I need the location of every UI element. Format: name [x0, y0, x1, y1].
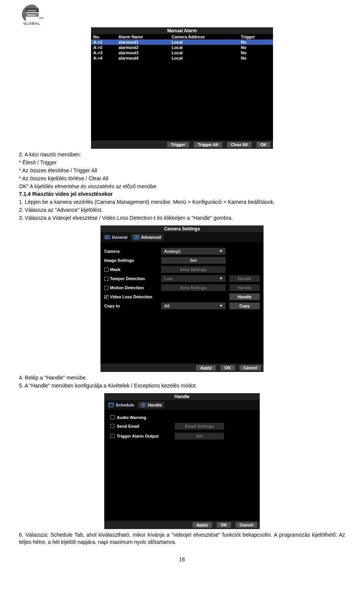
trigger-button[interactable]: Trigger — [167, 142, 189, 148]
apply-button[interactable]: Apply — [192, 522, 212, 528]
row-audio-warning: Audio Warning — [110, 414, 254, 421]
col-trigger: Trigger — [238, 34, 273, 39]
tab-advanced[interactable]: Advanced — [131, 234, 163, 241]
chevron-down-icon — [220, 277, 223, 280]
video-loss-checkbox[interactable] — [104, 295, 108, 299]
motion-label: Motion Detection — [110, 285, 144, 290]
cancel-button[interactable]: Cancel — [239, 365, 261, 371]
brand-logo: EXPORT IMPORT GLOBAL EFT. — [19, 4, 46, 27]
chevron-down-icon — [220, 305, 223, 307]
doc-line: OK" A kijelölés elmentése és visszatérés… — [19, 183, 345, 190]
row-motion: Motion Detection Area Settings Handle — [100, 283, 264, 292]
logo-global-text: GLOBAL — [24, 22, 40, 25]
general-icon — [104, 234, 110, 240]
chevron-down-icon — [220, 250, 223, 252]
manual-alarm-table: No. Alarm Name Camera Address Trigger A-… — [91, 34, 273, 61]
tamper-checkbox[interactable] — [104, 277, 108, 281]
schedule-icon — [108, 402, 114, 408]
table-row[interactable]: A->1 alarmout1 Local No — [91, 39, 273, 45]
handle-icon — [140, 402, 146, 408]
tamper-label: Tamper Detection — [110, 276, 145, 281]
camera-label: Camera — [104, 249, 157, 254]
doc-line: 4. Belép a "Handle" menübe. — [19, 374, 345, 381]
doc-line: * Az összes élesítése / Trigger All — [19, 167, 345, 174]
tamper-handle-button[interactable]: Handle — [229, 275, 260, 282]
row-trigger-alarm: Trigger Alarm Output Set — [110, 431, 254, 441]
row-camera: Camera Analog1 — [100, 247, 264, 256]
tab-general[interactable]: General — [102, 234, 130, 241]
video-loss-handle-button[interactable]: Handle — [229, 293, 260, 300]
doc-line: * Élesít / Trigger — [19, 159, 345, 166]
ok-button[interactable]: OK — [256, 142, 271, 148]
tab-handle[interactable]: Handle — [138, 402, 164, 408]
copy-button[interactable]: Copy — [229, 302, 260, 309]
trigger-all-button[interactable]: Trigger All — [194, 142, 223, 148]
camera-tabs: General Advanced — [100, 232, 264, 242]
table-row[interactable]: A->3 alarmout3 Local No — [91, 50, 273, 55]
row-copy-to: Copy to All Copy — [100, 301, 264, 310]
doc-block-1: 2. A kézi riasztó menüben: * Élesít / Tr… — [19, 151, 345, 222]
apply-button[interactable]: Apply — [196, 365, 216, 371]
video-loss-label: Video Loss Detection — [110, 295, 152, 299]
col-name: Alarm Name — [116, 34, 169, 39]
send-email-label: Send Email — [117, 424, 139, 428]
copy-to-select[interactable]: All — [161, 302, 226, 309]
doc-line: 6. Válassza: Schedule Tab, ahol kiválasz… — [19, 531, 345, 546]
manual-alarm-buttons: Trigger Trigger All Clear All OK — [91, 140, 273, 149]
camera-settings-buttons: Apply OK Cancel — [100, 364, 264, 372]
svg-point-5 — [136, 236, 137, 238]
send-email-checkbox[interactable] — [110, 424, 115, 428]
handle-buttons: Apply OK Cancel — [104, 521, 260, 529]
advanced-icon — [133, 234, 140, 240]
doc-line: 2. A kézi riasztó menüben: — [19, 151, 345, 158]
email-settings-button[interactable]: Email Settings — [175, 423, 224, 430]
motion-area-button[interactable]: Area Settings — [161, 284, 226, 291]
doc-block-3: 6. Válassza: Schedule Tab, ahol kiválasz… — [19, 531, 345, 546]
tab-advanced-label: Advanced — [141, 235, 161, 239]
clear-all-button[interactable]: Clear All — [227, 142, 252, 148]
mask-area-button[interactable]: Area Settings — [161, 266, 226, 273]
col-addr: Camera Address — [169, 34, 238, 39]
row-image-settings: Image Settings Set — [100, 256, 264, 265]
doc-line: 2. Válassza az "Advance" kijelölést. — [19, 206, 345, 214]
motion-checkbox[interactable] — [104, 286, 108, 290]
svg-rect-3 — [106, 236, 108, 238]
mask-label: Mask — [110, 267, 121, 272]
camera-settings-panel: Camera Settings General Advanced Camera … — [100, 225, 264, 372]
doc-line: 1. Lépjen be a kamera vezérlés (Camera M… — [19, 198, 345, 206]
copy-to-label: Copy to — [104, 304, 157, 308]
manual-alarm-title: Manual Alarm — [91, 27, 273, 34]
tab-schedule[interactable]: Schedule — [106, 402, 136, 408]
row-send-email: Send Email Email Settings — [110, 421, 254, 431]
image-set-button[interactable]: Set — [161, 257, 226, 264]
camera-settings-title: Camera Settings — [100, 225, 264, 232]
trigger-set-button[interactable]: Set — [175, 433, 224, 439]
ok-button[interactable]: OK — [217, 522, 231, 528]
page-number: 16 — [19, 556, 345, 562]
trigger-alarm-label: Trigger Alarm Output — [117, 434, 158, 438]
audio-warning-checkbox[interactable] — [110, 415, 115, 419]
logo-export-text: EXPORT — [27, 9, 37, 12]
audio-warning-label: Audio Warning — [117, 415, 146, 420]
doc-line: 3. Válassza a Videojel elvesztése / Vide… — [19, 214, 345, 222]
manual-alarm-panel: Manual Alarm No. Alarm Name Camera Addre… — [91, 27, 273, 149]
table-row[interactable]: A->2 alarmout2 Local No — [91, 45, 273, 50]
handle-title: Handle — [104, 393, 260, 400]
handle-panel: Handle Schedule Handle Audio Warning Sen… — [104, 393, 260, 529]
tamper-select[interactable]: Low — [161, 275, 226, 282]
doc-block-2: 4. Belép a "Handle" menübe. 5. A "Handle… — [19, 374, 345, 389]
tab-general-label: General — [112, 235, 127, 239]
mask-checkbox[interactable] — [104, 268, 108, 272]
camera-select[interactable]: Analog1 — [161, 248, 226, 255]
ok-button[interactable]: OK — [220, 365, 235, 371]
doc-line: 5. A "Handle" menüben konfigurálja a Kiv… — [19, 382, 345, 389]
trigger-alarm-checkbox[interactable] — [110, 434, 115, 438]
svg-rect-6 — [109, 403, 113, 407]
doc-heading: 7.1.4 Riasztás video jel elvesztésekor — [19, 191, 345, 198]
table-row[interactable]: A->4 alarmout4 Local No — [91, 55, 273, 61]
motion-handle-button[interactable]: Handle — [229, 284, 260, 291]
tab-schedule-label: Schedule — [116, 403, 134, 407]
logo-import-text: IMPORT — [27, 14, 36, 16]
row-tamper: Tamper Detection Low Handle — [100, 274, 264, 283]
cancel-button[interactable]: Cancel — [235, 522, 257, 528]
